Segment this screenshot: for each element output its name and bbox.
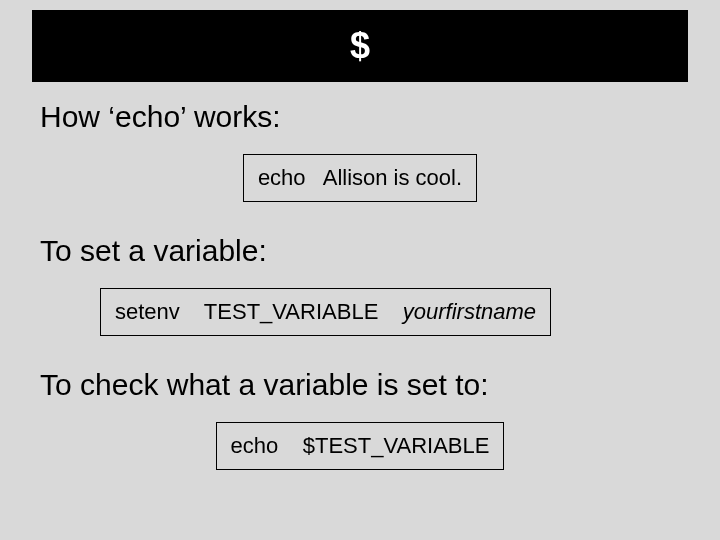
code-setenv-cmd: setenv TEST_VARIABLE <box>115 299 403 324</box>
code-setenv-arg: yourfirstname <box>403 299 536 324</box>
title-bar: $ <box>32 10 688 82</box>
code-box-check: echo $TEST_VARIABLE <box>216 422 505 470</box>
section-check-var: To check what a variable is set to: echo… <box>40 368 680 470</box>
code-box-wrap: echo Allison is cool. <box>40 154 680 202</box>
title-text: $ <box>350 25 370 67</box>
code-box-echo: echo Allison is cool. <box>243 154 477 202</box>
code-box-wrap: echo $TEST_VARIABLE <box>40 422 680 470</box>
section-echo-works: How ‘echo’ works: echo Allison is cool. <box>40 100 680 202</box>
code-box-setenv: setenv TEST_VARIABLE yourfirstname <box>100 288 551 336</box>
section-set-var: To set a variable: setenv TEST_VARIABLE … <box>40 234 680 336</box>
heading-set-var: To set a variable: <box>40 234 680 268</box>
heading-echo-works: How ‘echo’ works: <box>40 100 680 134</box>
content-area: How ‘echo’ works: echo Allison is cool. … <box>0 82 720 470</box>
code-box-wrap: setenv TEST_VARIABLE yourfirstname <box>40 288 680 336</box>
heading-check-var: To check what a variable is set to: <box>40 368 680 402</box>
